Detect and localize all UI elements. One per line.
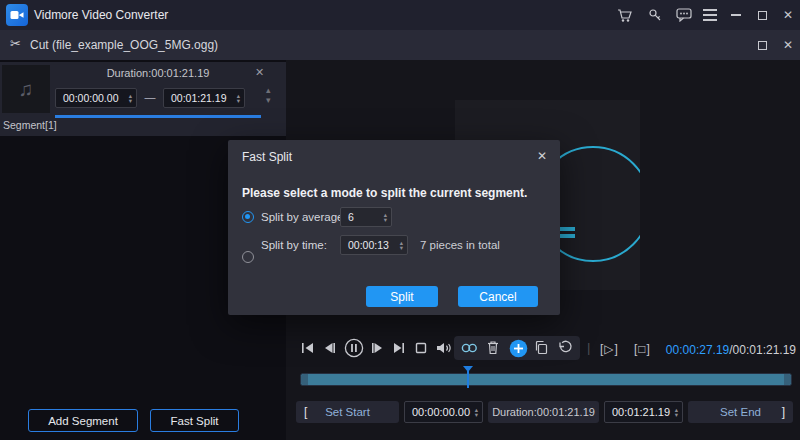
trash-icon xyxy=(486,340,500,356)
duration-display: Duration:00:01:21.19 xyxy=(488,401,599,423)
plus-circle-icon xyxy=(509,339,528,358)
volume-icon xyxy=(436,341,453,355)
stop-button[interactable] xyxy=(414,341,428,355)
split-button[interactable]: Split xyxy=(366,286,438,307)
close-button[interactable]: ✕ xyxy=(779,6,797,24)
stop-icon xyxy=(414,341,428,355)
fast-split-button[interactable]: Fast Split xyxy=(150,409,239,432)
maximize-button[interactable] xyxy=(753,6,771,24)
start-time-field[interactable]: 00:00:00.00 ▴▾ xyxy=(404,401,483,423)
skip-end-icon xyxy=(392,341,407,355)
split-average-value: 6 xyxy=(341,211,380,223)
app-logo xyxy=(6,4,28,26)
segment-scroll-arrows[interactable]: ▴ ▾ xyxy=(266,85,271,105)
split-average-label: Split by average: xyxy=(261,211,347,223)
dialog-close-button[interactable]: ✕ xyxy=(537,149,547,163)
scroll-down-icon[interactable]: ▾ xyxy=(266,95,271,105)
split-average-field[interactable]: 6 ▴▾ xyxy=(340,207,392,227)
fast-split-dialog: Fast Split ✕ Please select a mode to spl… xyxy=(228,140,560,315)
split-average-radio[interactable] xyxy=(242,211,254,223)
step-down-icon: ▾ xyxy=(129,98,132,103)
app-window: Vidmore Video Converter ✕ ✂ Cut (file_ex… xyxy=(0,0,800,440)
split-segment-button[interactable] xyxy=(460,342,479,354)
segment-label: Segment[1] xyxy=(3,119,57,131)
stop-segment-button[interactable]: [□] xyxy=(634,342,651,356)
scissors-icon: ✂ xyxy=(10,36,21,51)
end-time-value: 00:01:21.19 xyxy=(605,406,671,418)
cancel-button[interactable]: Cancel xyxy=(458,286,538,307)
minimize-button[interactable] xyxy=(727,6,745,24)
cut-maximize-icon xyxy=(758,41,767,50)
start-time-value: 00:00:00.00 xyxy=(405,406,471,418)
toolbar-separator: | xyxy=(587,340,590,355)
left-bracket: [ xyxy=(304,405,307,419)
cut-close-button[interactable]: ✕ xyxy=(779,36,797,54)
play-segment-button[interactable]: [▷] xyxy=(600,342,619,356)
segment-start-field[interactable]: 00:00:00.00 ▴▾ xyxy=(55,88,137,108)
hamburger-icon xyxy=(703,9,717,11)
next-frame-icon xyxy=(370,341,385,355)
segment-thumbnail[interactable]: ♫ xyxy=(2,65,50,113)
pieces-note: 7 pieces in total xyxy=(420,239,500,251)
split-time-label: Split by time: xyxy=(261,239,327,251)
segment-end-stepper[interactable]: ▴▾ xyxy=(233,93,244,103)
segment-end-field[interactable]: 00:01:21.19 ▴▾ xyxy=(163,88,245,108)
register-button[interactable] xyxy=(648,8,662,22)
time-range-dash: — xyxy=(141,91,159,103)
split-time-stepper[interactable]: ▴▾ xyxy=(396,240,407,250)
menu-button[interactable] xyxy=(703,9,717,21)
playhead-line[interactable] xyxy=(467,371,469,388)
segment-start-stepper[interactable]: ▴▾ xyxy=(125,93,136,103)
prev-frame-button[interactable] xyxy=(322,341,337,355)
segment-end-value: 00:01:21.19 xyxy=(164,92,233,104)
music-note-icon: ♫ xyxy=(19,78,34,101)
maximize-icon xyxy=(758,11,767,20)
set-start-button[interactable]: [ Set Start xyxy=(296,401,399,423)
minimize-icon xyxy=(731,14,741,16)
current-time: 00:00:27.19 xyxy=(666,343,729,357)
next-frame-button[interactable] xyxy=(370,341,385,355)
video-camera-icon xyxy=(10,9,24,21)
delete-segment-button[interactable] xyxy=(486,340,500,356)
split-average-stepper[interactable]: ▴▾ xyxy=(380,212,391,222)
cart-icon xyxy=(617,8,633,23)
total-time: /00:01:21.19 xyxy=(729,343,796,357)
volume-button[interactable] xyxy=(436,341,453,355)
key-icon xyxy=(648,8,662,22)
add-segment-icon-button[interactable] xyxy=(509,339,528,358)
cut-title: Cut (file_example_OOG_5MG.ogg) xyxy=(30,38,218,52)
undo-icon xyxy=(557,340,573,355)
split-time-radio[interactable] xyxy=(242,251,254,263)
reset-button[interactable] xyxy=(557,340,573,355)
right-bracket: ] xyxy=(782,405,785,419)
cart-button[interactable] xyxy=(616,7,634,23)
segment-close-button[interactable]: ✕ xyxy=(255,66,264,79)
copy-icon xyxy=(534,340,549,355)
copy-segment-button[interactable] xyxy=(534,340,549,355)
skip-start-icon xyxy=(300,341,315,355)
time-display: 00:00:27.19/00:01:21.19 xyxy=(656,343,796,357)
split-merge-icon xyxy=(460,342,479,354)
skip-end-button[interactable] xyxy=(392,341,407,355)
end-time-stepper[interactable]: ▴▾ xyxy=(671,407,682,417)
skip-start-button[interactable] xyxy=(300,341,315,355)
start-time-stepper[interactable]: ▴▾ xyxy=(471,407,482,417)
equals-icon xyxy=(560,227,575,231)
add-segment-button[interactable]: Add Segment xyxy=(28,409,138,432)
set-end-button[interactable]: Set End ] xyxy=(688,401,793,423)
pause-button[interactable] xyxy=(344,338,364,358)
pause-circle-icon xyxy=(344,338,364,358)
chat-bubble-icon xyxy=(676,8,692,22)
prev-frame-icon xyxy=(322,341,337,355)
trim-handle-left[interactable] xyxy=(301,374,308,385)
segment-progress-line[interactable] xyxy=(55,115,261,118)
split-time-field[interactable]: 00:00:13 ▴▾ xyxy=(340,235,408,255)
dialog-message: Please select a mode to split the curren… xyxy=(242,186,527,200)
timeline-track[interactable] xyxy=(300,373,792,386)
trim-handle-right[interactable] xyxy=(784,374,791,385)
end-time-field[interactable]: 00:01:21.19 ▴▾ xyxy=(604,401,683,423)
feedback-button[interactable] xyxy=(676,8,692,22)
set-end-label: Set End xyxy=(720,406,761,418)
cut-maximize-button[interactable] xyxy=(753,36,771,54)
scroll-up-icon[interactable]: ▴ xyxy=(266,85,271,95)
